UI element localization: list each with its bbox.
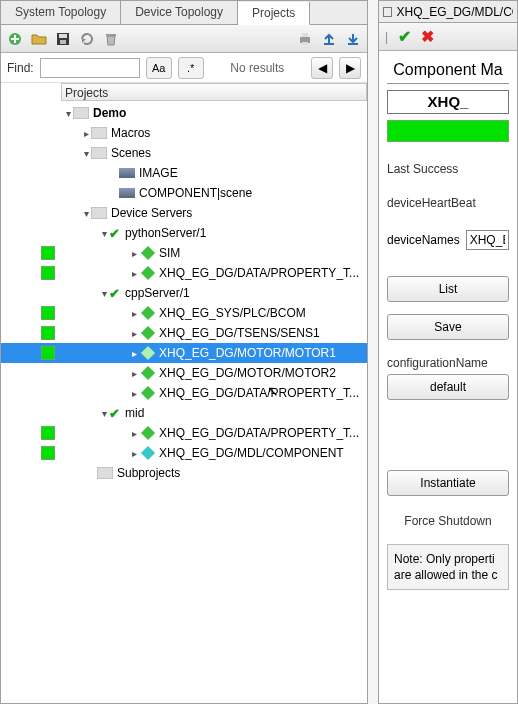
close-icon[interactable]: ✖ xyxy=(421,27,434,46)
find-prev-button[interactable]: ◀ xyxy=(311,57,333,79)
status-indicator xyxy=(41,346,55,360)
tree-item-macros[interactable]: ▸ Macros xyxy=(1,123,367,143)
tree-item-device[interactable]: ▸ XHQ_EG_DG/DATA/PROPERTY_T... xyxy=(1,423,367,443)
window-icon xyxy=(383,7,392,17)
ok-icon: ✔ xyxy=(109,286,120,301)
svg-rect-4 xyxy=(106,34,116,36)
device-names-input[interactable] xyxy=(466,230,509,250)
open-icon[interactable] xyxy=(31,31,47,47)
tree-item-device[interactable]: ▸ XHQ_EG_DG/TSENS/SENS1 xyxy=(1,323,367,343)
tree-label: XHQ_EG_DG/MOTOR/MOTOR2 xyxy=(157,366,336,380)
tree-column-header: Projects xyxy=(61,83,367,101)
note-box: Note: Only properti are allowed in the c xyxy=(387,544,509,590)
expand-icon[interactable]: ▸ xyxy=(129,328,139,339)
tree-item-device[interactable]: ▸ XHQ_EG_DG/MDL/COMPONENT xyxy=(1,443,367,463)
tree-item-device-servers[interactable]: ▾ Device Servers xyxy=(1,203,367,223)
new-icon[interactable] xyxy=(7,31,23,47)
tree-label: pythonServer/1 xyxy=(123,226,206,240)
expand-icon[interactable]: ▸ xyxy=(129,348,139,359)
expand-icon[interactable]: ▸ xyxy=(129,248,139,259)
expand-icon[interactable]: ▾ xyxy=(99,288,109,299)
tree-item-server[interactable]: ▾ ✔ pythonServer/1 xyxy=(1,223,367,243)
right-tab[interactable]: XHQ_EG_DG/MDL/CO xyxy=(379,1,517,23)
status-indicator xyxy=(41,266,55,280)
save-icon[interactable] xyxy=(55,31,71,47)
tree-item-server[interactable]: ▾ ✔ mid xyxy=(1,403,367,423)
tree-label: Demo xyxy=(91,106,126,120)
tree-label: XHQ_EG_DG/DATA/PROPERTY_T... xyxy=(157,426,359,440)
status-indicator xyxy=(41,306,55,320)
find-label: Find: xyxy=(7,61,34,75)
tree-item-demo[interactable]: ▾ Demo xyxy=(1,103,367,123)
svg-rect-9 xyxy=(348,43,358,45)
device-icon xyxy=(141,366,155,380)
tree-item-device[interactable]: ▸ XHQ_EG_SYS/PLC/BCOM xyxy=(1,303,367,323)
tree-item-device[interactable]: ▸ SIM xyxy=(1,243,367,263)
tree-label: XHQ_EG_DG/MDL/COMPONENT xyxy=(157,446,344,460)
match-case-toggle[interactable]: Aa xyxy=(146,57,172,79)
expand-icon[interactable]: ▸ xyxy=(129,368,139,379)
tree-item-device[interactable]: ▸ XHQ_EG_DG/DATA/PROPERTY_T... xyxy=(1,383,367,403)
expand-icon[interactable]: ▾ xyxy=(81,208,91,219)
expand-icon[interactable]: ▸ xyxy=(129,448,139,459)
device-icon xyxy=(141,306,155,320)
expand-icon[interactable]: ▾ xyxy=(63,108,73,119)
find-input[interactable] xyxy=(40,58,140,78)
device-properties-panel: XHQ_EG_DG/MDL/CO | ✔ ✖ Component Ma XHQ_… xyxy=(378,0,518,704)
projects-panel: System Topology Device Topology Projects xyxy=(0,0,368,704)
expand-icon[interactable]: ▸ xyxy=(129,428,139,439)
tree-item-server[interactable]: ▾ ✔ cppServer/1 xyxy=(1,283,367,303)
device-icon xyxy=(141,266,155,280)
status-bar xyxy=(387,120,509,142)
tree-item-scenes[interactable]: ▾ Scenes xyxy=(1,143,367,163)
apply-icon[interactable]: ✔ xyxy=(398,27,411,46)
project-tree[interactable]: Projects ▾ Demo ▸ Macros ▾ Scenes xyxy=(1,83,367,703)
tab-projects[interactable]: Projects xyxy=(238,2,310,25)
tree-label: mid xyxy=(123,406,144,420)
expand-icon[interactable]: ▾ xyxy=(81,148,91,159)
svg-rect-2 xyxy=(59,34,67,38)
tree-item-device-selected[interactable]: ▸ XHQ_EG_DG/MOTOR/MOTOR1 xyxy=(1,343,367,363)
refresh-icon[interactable] xyxy=(79,31,95,47)
instantiate-button[interactable]: Instantiate xyxy=(387,470,509,496)
find-next-button[interactable]: ▶ xyxy=(339,57,361,79)
expand-icon[interactable]: ▸ xyxy=(129,308,139,319)
tree-item-subprojects[interactable]: Subprojects xyxy=(1,463,367,483)
tree-item-scene[interactable]: COMPONENT|scene xyxy=(1,183,367,203)
expand-icon[interactable]: ▸ xyxy=(129,268,139,279)
svg-rect-8 xyxy=(324,43,334,45)
force-shutdown-label[interactable]: Force Shutdown xyxy=(387,514,509,528)
svg-rect-3 xyxy=(60,40,66,44)
expand-icon[interactable]: ▾ xyxy=(99,228,109,239)
download-icon[interactable] xyxy=(345,31,361,47)
tab-device-topology[interactable]: Device Topology xyxy=(121,1,238,24)
expand-icon[interactable]: ▸ xyxy=(81,128,91,139)
tree-label: cppServer/1 xyxy=(123,286,190,300)
tree-label: Macros xyxy=(109,126,150,140)
divider-icon: | xyxy=(385,30,388,44)
save-button[interactable]: Save xyxy=(387,314,509,340)
tab-system-topology[interactable]: System Topology xyxy=(1,1,121,24)
device-icon xyxy=(141,346,155,360)
tree-item-device[interactable]: ▸ XHQ_EG_DG/MOTOR/MOTOR2 xyxy=(1,363,367,383)
status-indicator xyxy=(41,446,55,460)
config-name-value[interactable]: default xyxy=(387,374,509,400)
right-tab-title: XHQ_EG_DG/MDL/CO xyxy=(396,5,513,19)
upload-icon[interactable] xyxy=(321,31,337,47)
tree-label: IMAGE xyxy=(137,166,178,180)
device-icon xyxy=(141,426,155,440)
scene-icon xyxy=(119,188,135,198)
tree-item-device[interactable]: ▸ XHQ_EG_DG/DATA/PROPERTY_T... xyxy=(1,263,367,283)
tree-label: XHQ_EG_DG/TSENS/SENS1 xyxy=(157,326,320,340)
list-button[interactable]: List xyxy=(387,276,509,302)
device-icon xyxy=(141,326,155,340)
device-icon xyxy=(141,446,155,460)
tree-item-scene[interactable]: IMAGE xyxy=(1,163,367,183)
tree-label: XHQ_EG_SYS/PLC/BCOM xyxy=(157,306,306,320)
trash-icon[interactable] xyxy=(103,31,119,47)
print-icon[interactable] xyxy=(297,31,313,47)
expand-icon[interactable]: ▸ xyxy=(129,388,139,399)
regex-toggle[interactable]: .* xyxy=(178,57,204,79)
device-name-box: XHQ_ xyxy=(387,90,509,114)
expand-icon[interactable]: ▾ xyxy=(99,408,109,419)
